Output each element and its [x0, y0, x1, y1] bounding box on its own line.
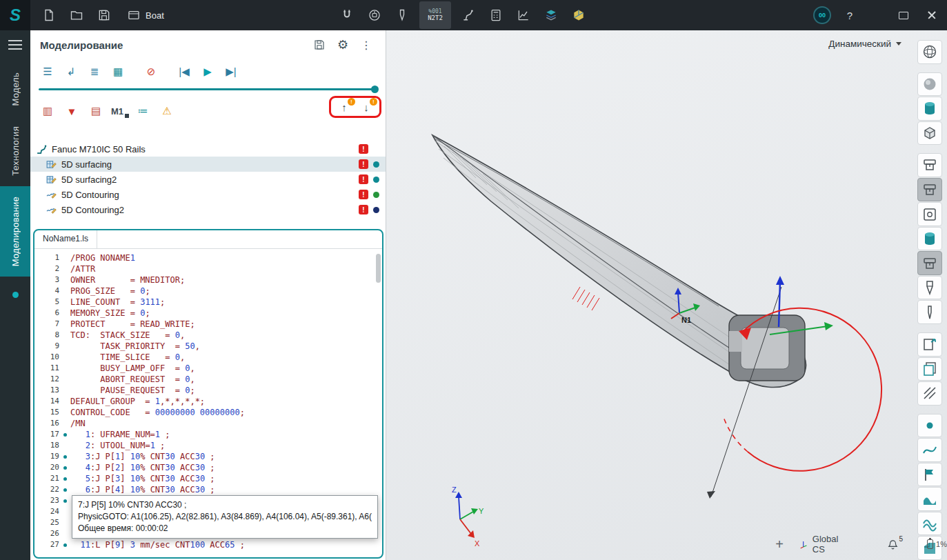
spline-icon[interactable] [917, 438, 942, 462]
boat-hull[interactable] [432, 135, 806, 388]
help-button[interactable]: ? [845, 10, 855, 21]
skip-to-start-icon[interactable]: |◀ [175, 63, 193, 81]
machine-icon[interactable] [917, 153, 942, 177]
app-logo[interactable]: S [0, 0, 30, 30]
robot-setup-icon[interactable] [457, 3, 480, 27]
code-line[interactable]: 3 OWNER = MNEDITOR; [34, 274, 382, 286]
statistics-icon[interactable] [512, 3, 535, 27]
document-tab[interactable]: Boat [127, 8, 164, 22]
point-icon[interactable] [917, 414, 942, 438]
progress-knob[interactable] [371, 86, 379, 93]
layers-icon[interactable] [539, 3, 563, 27]
drill-icon[interactable] [917, 300, 942, 324]
code-text: OWNER = MNEDITOR; [70, 274, 185, 286]
tree-item-5d-contouring2[interactable]: 5D Contouring2 ! [30, 202, 386, 217]
collision-detected-icon[interactable]: ▼ [63, 102, 81, 120]
code-line[interactable]: 18 2: UTOOL_NUM=1 ; [34, 440, 382, 451]
simulation-progress[interactable] [30, 84, 386, 93]
maximize-button[interactable] [899, 12, 908, 19]
code-line[interactable]: 2 /ATTR [34, 263, 382, 274]
region-icon[interactable] [917, 512, 942, 536]
code-line[interactable]: 12 ABORT_REQUEST = 0, [34, 374, 382, 385]
stop-simulation-icon[interactable]: ⊘ [142, 63, 160, 81]
save-file-icon[interactable] [92, 3, 116, 27]
sidebar-tab-model[interactable]: Модель [0, 62, 30, 116]
notifications-button[interactable]: 5 [887, 539, 903, 550]
sidebar-tab-technology[interactable]: Технология [0, 116, 30, 186]
viewport-3d[interactable]: N1 Z Y X Динамический + Global CS 5 [386, 30, 947, 560]
editor-scrollbar[interactable] [376, 254, 381, 283]
sheet-export-icon[interactable] [917, 332, 942, 357]
calculator-icon[interactable] [484, 3, 508, 27]
code-line[interactable]: 22 6:J P[4] 10% CNT30 ACC30 ; [34, 484, 382, 495]
user-avatar[interactable]: 00 [813, 6, 831, 24]
view-mode-dropdown[interactable]: Динамический [828, 39, 901, 49]
gcode-program-button[interactable]: %001 N2T2 [419, 1, 451, 29]
file-action-icon [97, 8, 111, 22]
code-line[interactable]: 21 5:J P[3] 10% CNT30 ACC30 ; [34, 473, 382, 484]
program-text-icon[interactable]: ≔ [134, 102, 152, 120]
new-file-icon[interactable] [37, 3, 61, 27]
code-line[interactable]: 10 TIME_SLICE = 0, [34, 352, 382, 363]
close-button[interactable] [926, 10, 937, 21]
hatch-icon[interactable] [917, 381, 942, 406]
code-line[interactable]: 11 BUSY_LAMP_OFF = 0, [34, 363, 382, 374]
skip-to-end-icon[interactable]: ▶| [222, 63, 240, 81]
code-line[interactable]: 13 PAUSE_REQUEST = 0; [34, 385, 382, 396]
code-line[interactable]: 4 PROG_SIZE = 0; [34, 286, 382, 297]
code-line[interactable]: 6 MEMORY_SIZE = 0; [34, 308, 382, 319]
follow-line-icon[interactable]: ↲ [62, 63, 80, 81]
warnings-icon[interactable]: ⚠ [158, 102, 176, 120]
code-line[interactable]: 20 4:J P[2] 10% CNT30 ACC30 ; [34, 462, 382, 473]
toolpath-visible-icon[interactable] [917, 251, 942, 275]
code-line[interactable]: 27 11:L P[9] 3 mm/sec CNT100 ACC65 ; [34, 539, 382, 550]
workpiece-box-icon[interactable] [917, 121, 942, 146]
play-icon[interactable]: ▶ [199, 63, 217, 81]
sidebar-tab-modeling[interactable]: Моделирование [0, 186, 30, 277]
open-file-icon[interactable] [65, 3, 88, 27]
move-down-button[interactable]: ! [360, 100, 372, 114]
tree-item-fanuc-m710ic-50-rails[interactable]: Fanuc M710IC 50 Rails ! [30, 141, 386, 157]
stock-cylinder-icon[interactable] [917, 97, 942, 121]
text-view-icon[interactable]: ≣ [86, 63, 103, 81]
collision-edit-icon[interactable]: ▤ [87, 102, 105, 120]
fixture-icon[interactable] [917, 202, 942, 226]
move-up-button[interactable]: ! [338, 100, 350, 114]
code-line[interactable]: 14 DEFAULT_GROUP = 1,*,*,*,*; [34, 396, 382, 407]
more-options-button[interactable] [357, 35, 376, 54]
code-line[interactable]: 7 PROTECT = READ_WRITE; [34, 319, 382, 330]
machining-mode-icon[interactable] [363, 3, 386, 27]
machine-visible-icon[interactable] [917, 178, 942, 202]
code-line[interactable]: 17 1: UFRAME_NUM=1 ; [34, 429, 382, 440]
collision-machine-icon[interactable]: ▥ [39, 102, 57, 120]
editor-file-tab[interactable]: NoName1.ls [34, 230, 97, 248]
tool-holder-icon[interactable] [917, 276, 942, 300]
menu-icon[interactable] [8, 40, 22, 50]
tree-item-5d-contouring[interactable]: 5D Contouring ! [30, 187, 386, 202]
flag-icon[interactable] [917, 463, 942, 487]
settings-button[interactable] [333, 35, 352, 54]
view-wireframe-icon[interactable] [917, 40, 942, 64]
code-line[interactable]: 15 CONTROL_CODE = 00000000 00000000; [34, 407, 382, 418]
tree-item-5d-surfacing[interactable]: 5D surfacing ! [30, 157, 386, 172]
simulation-magnet-icon[interactable] [335, 3, 359, 27]
selection-frame-icon[interactable]: ▦ [109, 63, 127, 81]
postprocessor-icon[interactable] [567, 3, 590, 27]
surface-icon[interactable] [917, 487, 942, 511]
code-line[interactable]: 19 3:J P[1] 10% CNT30 ACC30 ; [34, 451, 382, 462]
program-structure-icon[interactable]: ☰ [39, 63, 57, 81]
tool-setup-icon[interactable] [390, 3, 414, 27]
global-cs-selector[interactable]: Global CS [799, 534, 846, 554]
pages-icon[interactable] [917, 357, 942, 381]
code-line[interactable]: 16 /MN [34, 418, 382, 429]
code-line[interactable]: 9 TASK_PRIORITY = 50, [34, 341, 382, 352]
tree-item-5d-surfacing2[interactable]: 5D surfacing2 ! [30, 172, 386, 187]
add-cs-button[interactable]: + [772, 537, 786, 551]
code-line[interactable]: 1 /PROG NONAME1 [34, 252, 382, 263]
m1-code-label[interactable]: M1 [111, 106, 128, 117]
code-line[interactable]: 5 LINE_COUNT = 3111; [34, 297, 382, 308]
code-line[interactable]: 8 TCD: STACK_SIZE = 0, [34, 330, 382, 341]
view-shaded-icon[interactable] [917, 72, 942, 97]
save-program-button[interactable] [310, 35, 329, 54]
stock-model-icon[interactable] [917, 227, 942, 251]
